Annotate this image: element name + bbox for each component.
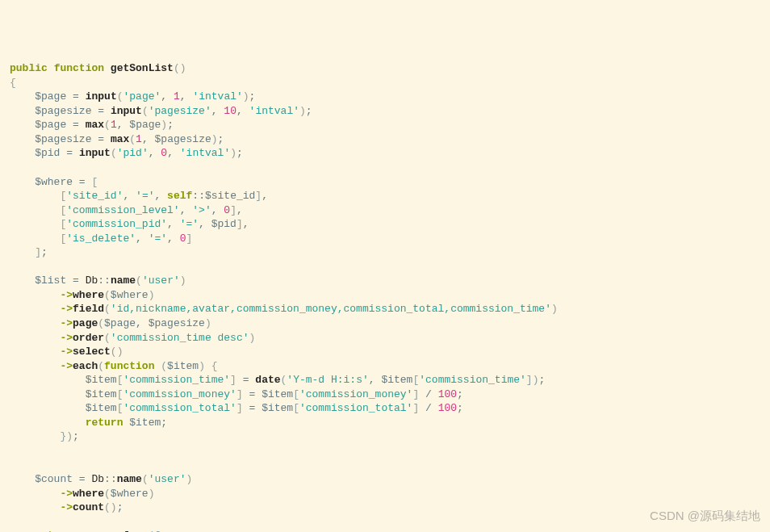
var-where: $where [35,176,73,188]
num-10: 10 [224,105,236,117]
meth-page: page [73,317,98,329]
str-clevel: 'commission_level' [66,204,179,216]
fn-max: max [86,119,104,131]
var-count: $count [35,473,73,485]
str-gt: '>' [192,204,211,216]
str-siteid: 'site_id' [66,190,123,202]
str-pagesize: 'pagesize' [149,105,211,117]
str-ctime: 'commission_time' [123,374,230,386]
meth-name: name [111,274,136,287]
num-0: 0 [161,147,167,159]
var-pid: $pid [35,147,60,159]
arrow-op: -> [60,289,73,301]
str-datefmt: 'Y-m-d H:i:s' [287,374,368,386]
str-isdel: 'is_delete' [66,232,136,245]
meth-where: where [73,289,104,301]
keyword-public: public [10,62,48,74]
function-name: getSonList [111,62,174,74]
num-1: 1 [174,90,180,103]
static-site-id: $site_id [205,190,255,202]
str-cpid: 'commission_pid' [66,218,167,230]
keyword-self: self [167,190,192,202]
str-page: 'page' [123,90,161,103]
keyword-function: function [54,62,104,74]
str-fields: 'id,nickname,avatar,commission_money,com… [111,303,551,315]
meth-select: select [73,346,111,358]
meth-count: count [73,501,104,513]
str-eq: '=' [136,190,154,202]
keyword-return: return [86,417,123,429]
str-order: 'commission_time desc' [111,332,249,344]
paren: () [174,62,186,74]
str-pid: 'pid' [117,147,149,159]
var-pagesize: $pagesize [35,105,91,117]
fn-date: date [255,374,280,386]
meth-field: field [73,303,104,315]
meth-each: each [73,360,98,372]
str-ctotal: 'commission_total' [123,402,236,414]
fn-input: input [86,90,117,103]
class-db: Db [86,274,98,287]
var-list: $list [35,274,66,287]
num-100: 100 [438,388,457,400]
code-block: public function getSonList() { $page = i… [10,61,760,532]
var-item: $item [167,360,199,372]
op-eq: = [73,90,79,103]
meth-order: order [73,332,104,344]
var-page: $page [35,90,66,103]
brace: { [10,77,16,89]
str-user: 'user' [142,274,180,287]
str-cmoney: 'commission_money' [123,388,236,400]
str-intval: 'intval' [192,90,242,103]
